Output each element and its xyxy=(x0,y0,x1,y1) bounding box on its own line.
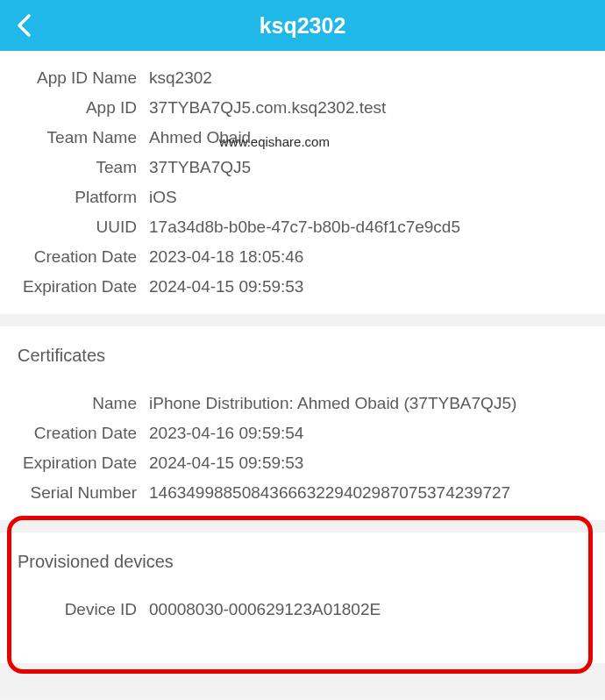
row-cert-name: Name iPhone Distribution: Ahmed Obaid (3… xyxy=(0,389,589,418)
row-creation-date: Creation Date 2023-04-18 18:05:46 xyxy=(0,242,589,272)
value-app-id: 37TYBA7QJ5.com.ksq2302.test xyxy=(149,98,386,118)
value-cert-expiration: 2024-04-15 09:59:53 xyxy=(149,454,303,473)
value-cert-name: iPhone Distribution: Ahmed Obaid (37TYBA… xyxy=(149,394,516,413)
back-button[interactable] xyxy=(11,12,37,39)
label-app-id-name: App ID Name xyxy=(0,68,149,88)
certificates-section: Certificates Name iPhone Distribution: A… xyxy=(0,326,605,520)
value-cert-serial: 146349988508436663229402987075374239727 xyxy=(149,483,510,503)
label-device-id: Device ID xyxy=(0,600,149,619)
label-cert-creation: Creation Date xyxy=(0,424,149,443)
header: ksq2302 xyxy=(0,0,605,51)
value-app-id-name: ksq2302 xyxy=(149,68,212,88)
value-team: 37TYBA7QJ5 xyxy=(149,158,251,177)
row-device-id: Device ID 00008030-000629123A01802E xyxy=(0,595,589,625)
label-app-id: App ID xyxy=(0,98,149,118)
value-device-id: 00008030-000629123A01802E xyxy=(149,600,381,619)
chevron-left-icon xyxy=(16,13,32,38)
certificates-title: Certificates xyxy=(0,339,589,373)
label-team: Team xyxy=(0,158,149,177)
label-cert-serial: Serial Number xyxy=(0,483,149,503)
row-platform: Platform iOS xyxy=(0,182,589,212)
label-creation-date: Creation Date xyxy=(0,247,149,267)
row-app-id-name: App ID Name ksq2302 xyxy=(0,63,589,93)
label-expiration-date: Expiration Date xyxy=(0,277,149,296)
row-cert-serial: Serial Number 14634998850843666322940298… xyxy=(0,478,589,508)
label-team-name: Team Name xyxy=(0,128,149,147)
page-title: ksq2302 xyxy=(260,13,346,39)
value-expiration-date: 2024-04-15 09:59:53 xyxy=(149,277,303,296)
value-cert-creation: 2023-04-16 09:59:54 xyxy=(149,424,303,443)
row-expiration-date: Expiration Date 2024-04-15 09:59:53 xyxy=(0,272,589,302)
label-uuid: UUID xyxy=(0,218,149,237)
watermark: www.eqishare.com xyxy=(219,134,330,149)
row-uuid: UUID 17a34d8b-b0be-47c7-b80b-d46f1c7e9cd… xyxy=(0,212,589,242)
label-platform: Platform xyxy=(0,188,149,207)
row-cert-creation: Creation Date 2023-04-16 09:59:54 xyxy=(0,418,589,448)
value-platform: iOS xyxy=(149,188,177,207)
value-creation-date: 2023-04-18 18:05:46 xyxy=(149,247,303,267)
value-uuid: 17a34d8b-b0be-47c7-b80b-d46f1c7e9cd5 xyxy=(149,218,460,237)
label-cert-expiration: Expiration Date xyxy=(0,454,149,473)
provisioned-devices-title: Provisioned devices xyxy=(0,545,589,579)
row-team: Team 37TYBA7QJ5 xyxy=(0,153,589,182)
profile-section: App ID Name ksq2302 App ID 37TYBA7QJ5.co… xyxy=(0,51,605,314)
row-cert-expiration: Expiration Date 2024-04-15 09:59:53 xyxy=(0,448,589,478)
row-app-id: App ID 37TYBA7QJ5.com.ksq2302.test xyxy=(0,93,589,123)
provisioned-devices-section: Provisioned devices Device ID 00008030-0… xyxy=(0,532,605,663)
label-cert-name: Name xyxy=(0,394,149,413)
